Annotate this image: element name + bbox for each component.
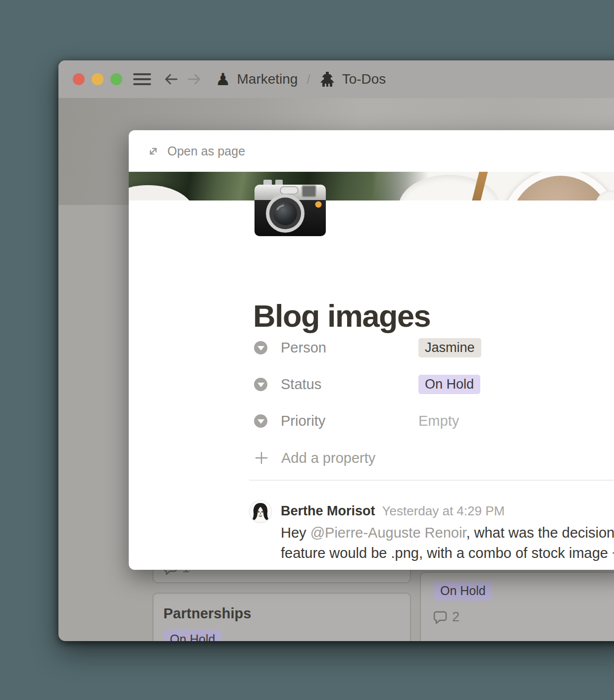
page-castle-icon xyxy=(318,71,336,88)
plus-icon xyxy=(254,450,269,465)
camera-page-icon[interactable] xyxy=(253,179,328,237)
open-as-page-label: Open as page xyxy=(167,144,245,158)
minimize-window-button[interactable] xyxy=(92,73,103,85)
comment-timestamp: Yesterday at 4:29 PM xyxy=(382,503,505,519)
property-name: Priority xyxy=(281,413,418,429)
open-as-page-button[interactable]: Open as page xyxy=(147,144,245,158)
property-row-status[interactable]: Status On Hold xyxy=(254,373,480,395)
card-comment-count: 2 xyxy=(433,609,460,625)
status-badge: On Hold xyxy=(434,581,492,600)
comment-text: Hey @Pierre-Auguste Renoir, what was the… xyxy=(281,523,614,563)
page-cover-image[interactable] xyxy=(129,172,614,200)
comment-author: Berthe Morisot xyxy=(281,503,375,519)
comment-header: Berthe Morisot Yesterday at 4:29 PM xyxy=(281,503,505,519)
comment-bubble-icon xyxy=(433,610,447,624)
status-tag[interactable]: On Hold xyxy=(418,375,480,394)
comment-line-1: Hey @Pierre-Auguste Renoir, what was the… xyxy=(281,523,614,543)
breadcrumb-separator: / xyxy=(307,72,310,87)
page-peek-modal: Open as page xyxy=(129,130,614,570)
workspace-pawn-icon: ♟ xyxy=(215,71,230,88)
comment-count-value: 2 xyxy=(452,609,460,625)
expand-icon xyxy=(147,145,160,158)
back-arrow-icon[interactable] xyxy=(163,71,179,87)
property-name: Status xyxy=(281,376,418,393)
avatar-illustration xyxy=(250,500,271,522)
property-circle-icon xyxy=(254,414,267,428)
property-circle-icon xyxy=(254,341,267,354)
property-row-priority[interactable]: Priority Empty xyxy=(254,410,459,432)
section-divider xyxy=(249,480,614,481)
zoom-window-button[interactable] xyxy=(110,73,122,85)
avatar xyxy=(250,500,271,522)
board-card-partnerships[interactable]: Partnerships On Hold xyxy=(153,593,411,641)
add-property-button[interactable]: Add a property xyxy=(254,448,375,468)
empty-value[interactable]: Empty xyxy=(418,413,459,429)
close-window-button[interactable] xyxy=(73,73,85,85)
status-badge: On Hold xyxy=(163,630,222,641)
user-mention[interactable]: @Pierre-Auguste Renoir xyxy=(310,525,466,541)
breadcrumb-page[interactable]: To-Dos xyxy=(342,71,386,87)
board-card-right[interactable]: On Hold 2 xyxy=(420,572,614,641)
property-circle-icon xyxy=(254,378,267,391)
sidebar-menu-icon[interactable] xyxy=(133,73,151,85)
window-titlebar: ♟ Marketing / To-Dos xyxy=(58,60,614,98)
person-tag[interactable]: Jasmine xyxy=(418,338,481,357)
page-title[interactable]: Blog images xyxy=(253,298,430,334)
add-property-label: Add a property xyxy=(281,450,375,466)
forward-arrow-icon[interactable] xyxy=(187,71,203,87)
property-row-person[interactable]: Person Jasmine xyxy=(254,337,481,358)
property-name: Person xyxy=(281,340,418,356)
breadcrumb-workspace[interactable]: Marketing xyxy=(237,71,298,87)
comment-line-2: feature would be .png, with a combo of s… xyxy=(281,543,614,563)
card-title: Partnerships xyxy=(163,605,251,622)
